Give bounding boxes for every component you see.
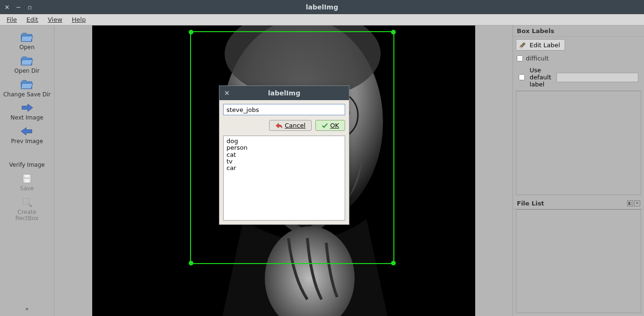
label-suggestions-list[interactable]: dogpersoncattvcar <box>223 136 345 221</box>
undo-arrow-icon <box>275 122 283 129</box>
save-floppy-icon <box>20 173 34 184</box>
verify-image-button[interactable]: Verify Image <box>1 147 53 171</box>
next-image-button[interactable]: Next Image <box>1 100 53 123</box>
use-default-label-checkbox[interactable] <box>519 74 525 80</box>
edit-label-button[interactable]: Edit Label <box>516 39 565 51</box>
menu-file[interactable]: File <box>2 15 22 24</box>
prev-image-button[interactable]: Prev Image <box>1 123 53 147</box>
label-input[interactable] <box>223 104 345 115</box>
file-list[interactable] <box>516 209 641 314</box>
menu-edit[interactable]: Edit <box>22 15 43 24</box>
toolbar-overflow-icon[interactable]: » <box>25 306 28 312</box>
bbox-handle-tr[interactable] <box>391 30 396 34</box>
window-maximize-icon[interactable]: ▫ <box>26 4 33 10</box>
arrow-right-icon <box>20 102 34 113</box>
arrow-left-icon <box>20 126 34 137</box>
window-minimize-icon[interactable]: ─ <box>15 4 22 10</box>
change-save-dir-button[interactable]: Change Save Dir <box>1 77 53 100</box>
bbox-handle-tl[interactable] <box>189 30 193 34</box>
bbox-handle-bl[interactable] <box>189 261 193 265</box>
label-option[interactable]: cat <box>226 152 342 158</box>
file-list-header: File List ◧ ✕ <box>513 198 644 209</box>
svg-rect-16 <box>520 47 522 48</box>
left-toolbar: Open Open Dir Change Save Dir Next Image… <box>0 26 54 316</box>
check-icon <box>322 122 328 129</box>
window-close-icon[interactable]: ✕ <box>4 4 10 10</box>
create-rectbox-label: Create RectBox <box>16 209 39 222</box>
create-rectbox-button[interactable]: Create RectBox <box>1 194 53 224</box>
file-list-close-icon[interactable]: ✕ <box>634 200 640 206</box>
verify-icon <box>20 150 34 160</box>
label-dialog: ✕ labelImg Cancel OK dogpersoncattvcar <box>219 85 349 225</box>
right-panel: Box Labels Edit Label difficult Use defa… <box>513 26 644 316</box>
dialog-close-icon[interactable]: ✕ <box>219 89 235 97</box>
file-list-float-icon[interactable]: ◧ <box>627 200 633 206</box>
open-dir-button[interactable]: Open Dir <box>1 53 53 77</box>
menu-bar: File Edit View Help <box>0 14 644 26</box>
svg-rect-3 <box>23 198 29 204</box>
box-labels-list[interactable] <box>516 91 641 195</box>
folder-open-dir-icon <box>20 56 34 66</box>
default-label-input[interactable] <box>557 73 638 82</box>
ok-button[interactable]: OK <box>315 120 345 131</box>
label-option[interactable]: car <box>226 165 342 171</box>
svg-rect-1 <box>25 175 30 178</box>
folder-save-icon <box>20 79 34 90</box>
menu-view[interactable]: View <box>43 15 67 24</box>
difficult-checkbox[interactable] <box>517 55 523 61</box>
bbox-handle-br[interactable] <box>391 261 396 265</box>
window-title: labelImg <box>0 3 644 11</box>
pencil-icon <box>519 41 527 49</box>
label-option[interactable]: person <box>226 145 342 151</box>
box-labels-header: Box Labels <box>513 26 644 37</box>
svg-rect-2 <box>25 179 30 182</box>
folder-open-icon <box>20 32 34 43</box>
open-button[interactable]: Open <box>1 29 53 53</box>
dialog-title: labelImg <box>219 89 349 97</box>
save-button[interactable]: Save <box>1 171 53 194</box>
difficult-label: difficult <box>526 55 549 62</box>
cancel-button[interactable]: Cancel <box>269 120 312 131</box>
menu-help[interactable]: Help <box>67 15 91 24</box>
use-default-label-text: Use default label <box>530 67 552 88</box>
label-option[interactable]: tv <box>226 158 342 165</box>
dialog-titlebar[interactable]: ✕ labelImg <box>219 86 349 100</box>
label-option[interactable]: dog <box>226 138 342 145</box>
window-titlebar: ✕ ─ ▫ labelImg <box>0 0 644 14</box>
rect-icon <box>20 197 34 207</box>
file-list-title: File List <box>517 200 544 207</box>
canvas-area[interactable]: ✕ labelImg Cancel OK dogpersoncattvcar <box>54 26 513 316</box>
